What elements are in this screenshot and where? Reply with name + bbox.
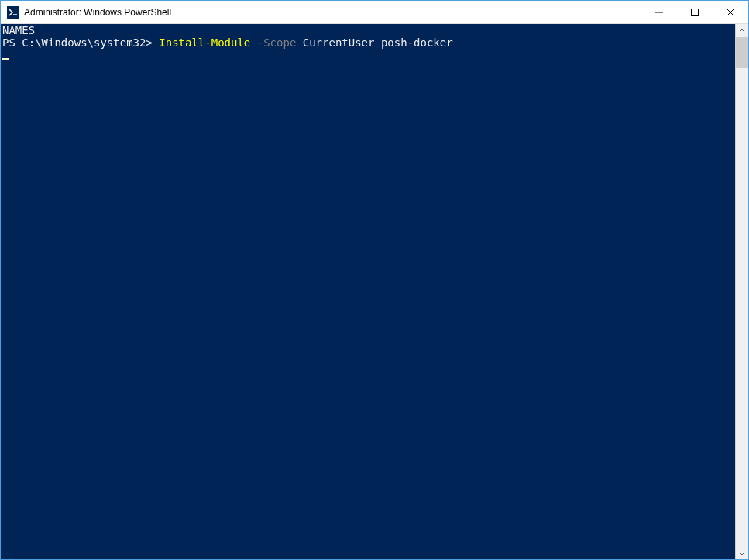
console-area[interactable]: NAMESPS C:\Windows\system32> Install-Mod… [1,24,735,559]
close-button[interactable] [713,1,748,23]
prompt-text: PS C:\Windows\system32> [2,36,159,49]
cursor-line [2,49,734,61]
window-title: Administrator: Windows PowerShell [24,7,641,18]
maximize-icon [691,9,699,16]
scroll-down-button[interactable] [736,546,748,559]
window-controls [641,1,748,23]
scroll-thumb[interactable] [736,37,748,68]
cursor [2,58,9,60]
console-line: NAMES [2,24,734,36]
powershell-icon [7,6,19,19]
param-rest-text: CurrentUser posh-docker [296,36,452,49]
close-icon [727,9,734,16]
minimize-button[interactable] [641,1,677,23]
scroll-up-button[interactable] [736,24,748,37]
console-line: PS C:\Windows\system32> Install-Module -… [2,36,734,49]
maximize-button[interactable] [677,1,713,23]
vertical-scrollbar[interactable] [735,24,748,559]
minimize-icon [655,9,663,16]
param-flag-text: -Scope [250,36,296,49]
chevron-down-icon [739,550,745,556]
svg-rect-3 [692,9,699,15]
chevron-up-icon [739,28,745,34]
command-text: Install-Module [159,36,250,49]
titlebar[interactable]: Administrator: Windows PowerShell [1,1,748,24]
powershell-window: Administrator: Windows PowerShell NAMESP [0,0,749,560]
console-wrapper: NAMESPS C:\Windows\system32> Install-Mod… [1,24,748,559]
scroll-track[interactable] [736,37,748,546]
